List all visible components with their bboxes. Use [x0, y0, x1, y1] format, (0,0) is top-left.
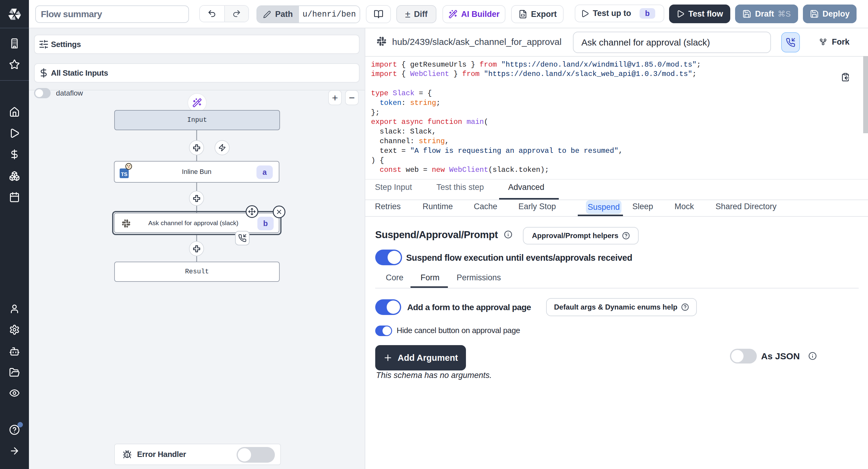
svg-text:TS: TS [121, 171, 127, 177]
